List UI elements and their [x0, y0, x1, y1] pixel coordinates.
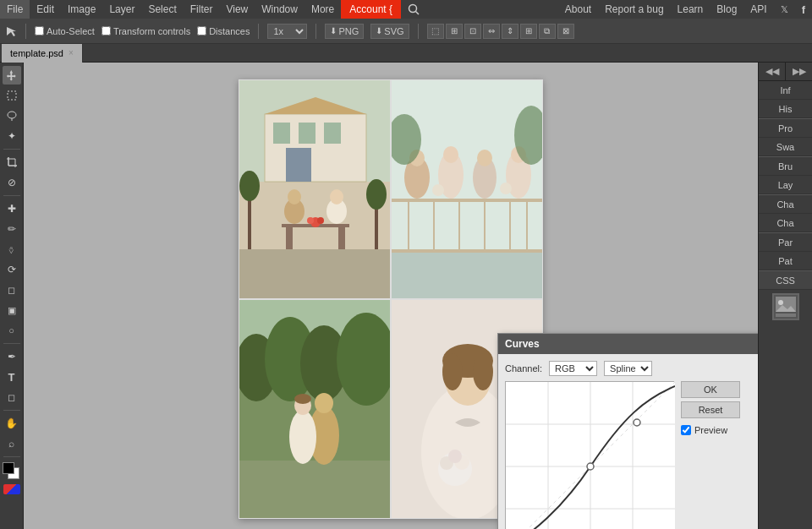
- tab-template[interactable]: template.psd ×: [2, 44, 83, 63]
- panel-item-lay[interactable]: Lay: [759, 176, 812, 194]
- tab-close-button[interactable]: ×: [69, 48, 74, 57]
- distances-checkbox[interactable]: [197, 26, 206, 35]
- curves-ok-button[interactable]: OK: [681, 381, 740, 398]
- panel-image-preview[interactable]: [772, 293, 799, 320]
- menu-about[interactable]: About: [558, 2, 598, 17]
- menu-api[interactable]: API: [743, 2, 773, 17]
- spline-select[interactable]: SplineLinear: [604, 361, 652, 376]
- pen-button[interactable]: ✒: [3, 347, 21, 366]
- zoom-select-item[interactable]: 1x2x0.5x: [267, 24, 307, 39]
- twitter-icon[interactable]: 𝕏: [774, 3, 795, 17]
- svg-rect-35: [392, 199, 543, 202]
- flip-v-button[interactable]: ⇕: [502, 24, 518, 39]
- menu-view[interactable]: View: [219, 0, 255, 19]
- svg-rect-29: [239, 249, 391, 299]
- transform-checkbox[interactable]: [102, 26, 111, 35]
- auto-select-checkbox[interactable]: [35, 26, 44, 35]
- select-tool-icon: [6, 90, 18, 101]
- menu-window[interactable]: Window: [255, 0, 304, 19]
- curves-graph[interactable]: [505, 381, 674, 529]
- history-button[interactable]: ⟳: [3, 260, 21, 279]
- foreground-color[interactable]: [3, 462, 14, 474]
- color-swatch[interactable]: [3, 462, 21, 481]
- menu-layer[interactable]: Layer: [102, 0, 141, 19]
- curves-reset-button[interactable]: Reset: [681, 401, 740, 418]
- align-right-button[interactable]: ⊡: [464, 24, 481, 39]
- zoom-button[interactable]: ⌕: [3, 434, 21, 453]
- menu-more[interactable]: More: [304, 0, 341, 19]
- transform-tools: ⬚ ⊞ ⊡ ⇔ ⇕ ⊞ ⧉ ⊠: [427, 24, 574, 39]
- photo-cell-3: [239, 299, 391, 519]
- eraser-button[interactable]: ◻: [3, 281, 21, 299]
- panel-item-cha1[interactable]: Cha: [759, 195, 812, 214]
- panel-item-cha2[interactable]: Cha: [759, 214, 812, 232]
- panel-top-row: ◀◀ ▶▶: [759, 63, 812, 81]
- panel-item-pat[interactable]: Pat: [759, 252, 812, 270]
- menu-image[interactable]: Image: [61, 0, 102, 19]
- svg-rect-62: [239, 461, 391, 519]
- panel-item-his[interactable]: His: [759, 100, 812, 118]
- lasso-tool-button[interactable]: [3, 106, 21, 125]
- flip-h-button[interactable]: ⇔: [483, 24, 500, 39]
- transform-label[interactable]: Transform controls: [102, 26, 190, 36]
- menu-file[interactable]: File: [0, 0, 30, 19]
- panel-item-bru[interactable]: Bru: [759, 157, 812, 176]
- select-tool-button[interactable]: [3, 86, 21, 105]
- gradient-button[interactable]: ▣: [3, 301, 21, 319]
- panel-item-inf[interactable]: Inf: [759, 81, 812, 100]
- distances-label[interactable]: Distances: [197, 26, 250, 36]
- transform-button[interactable]: ⊠: [557, 24, 574, 39]
- curves-controls-row: Channel: RGBRedGreenBlue SplineLinear: [505, 361, 758, 376]
- account-button[interactable]: Account {: [341, 0, 401, 19]
- svg-point-31: [239, 171, 260, 201]
- preview-checkbox[interactable]: [681, 425, 691, 435]
- quick-mask-button[interactable]: [3, 484, 20, 494]
- menu-filter[interactable]: Filter: [184, 0, 220, 19]
- auto-select-label[interactable]: Auto-Select: [35, 26, 95, 36]
- panel-item-css[interactable]: CSS: [759, 271, 812, 290]
- dodge-button[interactable]: ○: [3, 321, 21, 340]
- stamp-button[interactable]: ⎀: [3, 240, 21, 259]
- arrange-button[interactable]: ⧉: [539, 24, 556, 39]
- svg-marker-2: [7, 27, 16, 36]
- menu-select[interactable]: Select: [141, 0, 183, 19]
- magic-wand-button[interactable]: ✦: [3, 127, 21, 145]
- channel-select[interactable]: RGBRedGreenBlue: [549, 361, 597, 376]
- panel-item-par[interactable]: Par: [759, 233, 812, 252]
- move-tool-icon: [6, 69, 18, 81]
- brush-button[interactable]: ✏: [3, 220, 21, 238]
- menu-blog[interactable]: Blog: [710, 2, 743, 17]
- panel-item-pro[interactable]: Pro: [759, 119, 812, 138]
- facebook-icon[interactable]: f: [795, 2, 812, 18]
- svg-rect-14: [273, 123, 290, 144]
- svg-point-88: [587, 463, 594, 470]
- png-export-button[interactable]: ⬇ PNG: [325, 24, 364, 39]
- panel-collapse-button[interactable]: ▶▶: [786, 63, 812, 80]
- crop-tool-button[interactable]: [3, 153, 21, 172]
- tool-separator-1: [3, 149, 20, 150]
- menu-edit[interactable]: Edit: [30, 0, 61, 19]
- shape-button[interactable]: ◻: [3, 388, 21, 406]
- curves-titlebar[interactable]: Curves ×: [498, 334, 758, 354]
- canvas-area[interactable]: Curves × Channel: RGBRedGreenBlue Spline…: [24, 63, 758, 529]
- healing-button[interactable]: ✚: [3, 199, 21, 218]
- distribute-button[interactable]: ⊞: [520, 24, 537, 39]
- move-tool-button[interactable]: [3, 66, 21, 85]
- panel-expand-button[interactable]: ◀◀: [759, 63, 786, 80]
- search-button[interactable]: [401, 2, 426, 17]
- tool-separator-2: [3, 195, 20, 196]
- zoom-select[interactable]: 1x2x0.5x: [267, 24, 307, 39]
- align-center-button[interactable]: ⊞: [446, 24, 463, 39]
- eyedropper-button[interactable]: ⊘: [3, 173, 21, 192]
- menu-report-bug[interactable]: Report a bug: [598, 2, 670, 17]
- toolbar-divider-4: [418, 24, 419, 39]
- menu-learn[interactable]: Learn: [671, 2, 710, 17]
- svg-point-33: [366, 179, 387, 210]
- tab-filename: template.psd: [10, 48, 63, 58]
- arrow-icon: [5, 25, 17, 37]
- align-left-button[interactable]: ⬚: [427, 24, 444, 39]
- hand-button[interactable]: ✋: [3, 414, 21, 433]
- panel-item-swa[interactable]: Swa: [759, 138, 812, 156]
- text-button[interactable]: T: [3, 368, 21, 386]
- svg-export-button[interactable]: ⬇ SVG: [370, 24, 409, 39]
